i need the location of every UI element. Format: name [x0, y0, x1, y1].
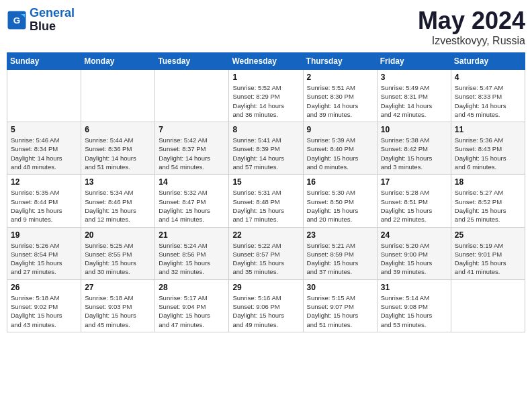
calendar-cell: 28Sunrise: 5:17 AMSunset: 9:04 PMDayligh…: [155, 279, 229, 332]
day-info: Sunrise: 5:28 AMSunset: 8:51 PMDaylight:…: [381, 188, 447, 224]
calendar-header-row: SundayMondayTuesdayWednesdayThursdayFrid…: [7, 53, 525, 70]
title-block: May 2024 Izvestkovyy, Russia: [418, 7, 525, 47]
calendar-cell: 25Sunrise: 5:19 AMSunset: 9:01 PMDayligh…: [451, 227, 525, 279]
calendar-header-cell: Wednesday: [229, 53, 303, 70]
calendar-header-cell: Saturday: [451, 53, 525, 70]
day-number: 13: [85, 177, 151, 187]
logo-text: GeneralBlue: [30, 7, 75, 34]
day-info: Sunrise: 5:31 AMSunset: 8:48 PMDaylight:…: [232, 188, 299, 224]
calendar-cell: 24Sunrise: 5:20 AMSunset: 9:00 PMDayligh…: [377, 227, 451, 279]
day-number: 4: [455, 73, 521, 82]
day-number: 22: [232, 230, 299, 240]
calendar-cell: 9Sunrise: 5:39 AMSunset: 8:40 PMDaylight…: [303, 122, 377, 175]
day-info: Sunrise: 5:46 AMSunset: 8:34 PMDaylight:…: [11, 136, 77, 171]
day-info: Sunrise: 5:17 AMSunset: 9:04 PMDaylight:…: [159, 293, 225, 329]
day-info: Sunrise: 5:21 AMSunset: 8:59 PMDaylight:…: [307, 241, 373, 277]
day-number: 9: [307, 125, 373, 134]
logo-icon: G: [7, 10, 27, 30]
day-info: Sunrise: 5:49 AMSunset: 8:31 PMDaylight:…: [381, 83, 447, 119]
day-number: 31: [381, 283, 447, 292]
svg-text:G: G: [13, 15, 21, 25]
day-info: Sunrise: 5:34 AMSunset: 8:46 PMDaylight:…: [85, 188, 151, 224]
calendar-cell: 30Sunrise: 5:15 AMSunset: 9:07 PMDayligh…: [303, 279, 377, 332]
calendar-cell: 21Sunrise: 5:24 AMSunset: 8:56 PMDayligh…: [155, 227, 229, 279]
day-info: Sunrise: 5:19 AMSunset: 9:01 PMDaylight:…: [455, 241, 521, 277]
day-number: 27: [85, 283, 151, 292]
day-info: Sunrise: 5:24 AMSunset: 8:56 PMDaylight:…: [159, 241, 225, 277]
calendar-week-row: 26Sunrise: 5:18 AMSunset: 9:02 PMDayligh…: [7, 279, 525, 332]
calendar-header-cell: Friday: [377, 53, 451, 70]
day-number: 8: [232, 125, 299, 134]
day-number: 18: [455, 177, 521, 187]
logo: G GeneralBlue: [7, 7, 75, 34]
day-info: Sunrise: 5:18 AMSunset: 9:03 PMDaylight:…: [85, 293, 151, 329]
calendar-week-row: 12Sunrise: 5:35 AMSunset: 8:44 PMDayligh…: [7, 175, 525, 227]
day-info: Sunrise: 5:22 AMSunset: 8:57 PMDaylight:…: [232, 241, 299, 277]
calendar-table: SundayMondayTuesdayWednesdayThursdayFrid…: [7, 52, 525, 332]
calendar-header-cell: Tuesday: [155, 53, 229, 70]
calendar-body: 1Sunrise: 5:52 AMSunset: 8:29 PMDaylight…: [7, 70, 525, 332]
day-info: Sunrise: 5:42 AMSunset: 8:37 PMDaylight:…: [159, 136, 225, 171]
day-number: 6: [85, 125, 151, 134]
day-number: 7: [159, 125, 225, 134]
day-number: 10: [381, 125, 447, 134]
day-number: 21: [159, 230, 225, 240]
calendar-week-row: 19Sunrise: 5:26 AMSunset: 8:54 PMDayligh…: [7, 227, 525, 279]
page-header: G GeneralBlue May 2024 Izvestkovyy, Russ…: [7, 7, 525, 47]
calendar-cell: 3Sunrise: 5:49 AMSunset: 8:31 PMDaylight…: [377, 70, 451, 122]
calendar-cell: 17Sunrise: 5:28 AMSunset: 8:51 PMDayligh…: [377, 175, 451, 227]
day-number: 2: [307, 73, 373, 82]
day-info: Sunrise: 5:35 AMSunset: 8:44 PMDaylight:…: [11, 188, 77, 224]
day-number: 30: [307, 283, 373, 292]
calendar-cell: 14Sunrise: 5:32 AMSunset: 8:47 PMDayligh…: [155, 175, 229, 227]
day-number: 3: [381, 73, 447, 82]
day-info: Sunrise: 5:20 AMSunset: 9:00 PMDaylight:…: [381, 241, 447, 277]
calendar-cell: 15Sunrise: 5:31 AMSunset: 8:48 PMDayligh…: [229, 175, 303, 227]
calendar-cell: 16Sunrise: 5:30 AMSunset: 8:50 PMDayligh…: [303, 175, 377, 227]
day-number: 20: [85, 230, 151, 240]
day-info: Sunrise: 5:39 AMSunset: 8:40 PMDaylight:…: [307, 136, 373, 171]
calendar-cell: 2Sunrise: 5:51 AMSunset: 8:30 PMDaylight…: [303, 70, 377, 122]
day-number: 29: [232, 283, 299, 292]
calendar-cell: 20Sunrise: 5:25 AMSunset: 8:55 PMDayligh…: [81, 227, 155, 279]
calendar-cell: [7, 70, 81, 122]
calendar-cell: 31Sunrise: 5:14 AMSunset: 9:08 PMDayligh…: [377, 279, 451, 332]
day-info: Sunrise: 5:27 AMSunset: 8:52 PMDaylight:…: [455, 188, 521, 224]
calendar-cell: 23Sunrise: 5:21 AMSunset: 8:59 PMDayligh…: [303, 227, 377, 279]
day-info: Sunrise: 5:25 AMSunset: 8:55 PMDaylight:…: [85, 241, 151, 277]
calendar-cell: 27Sunrise: 5:18 AMSunset: 9:03 PMDayligh…: [81, 279, 155, 332]
calendar-cell: 1Sunrise: 5:52 AMSunset: 8:29 PMDaylight…: [229, 70, 303, 122]
calendar-cell: 8Sunrise: 5:41 AMSunset: 8:39 PMDaylight…: [229, 122, 303, 175]
calendar-cell: 18Sunrise: 5:27 AMSunset: 8:52 PMDayligh…: [451, 175, 525, 227]
day-info: Sunrise: 5:18 AMSunset: 9:02 PMDaylight:…: [11, 293, 77, 329]
calendar-cell: 7Sunrise: 5:42 AMSunset: 8:37 PMDaylight…: [155, 122, 229, 175]
day-info: Sunrise: 5:15 AMSunset: 9:07 PMDaylight:…: [307, 293, 373, 329]
day-number: 24: [381, 230, 447, 240]
day-info: Sunrise: 5:26 AMSunset: 8:54 PMDaylight:…: [11, 241, 77, 277]
calendar-cell: 13Sunrise: 5:34 AMSunset: 8:46 PMDayligh…: [81, 175, 155, 227]
calendar-header-cell: Monday: [81, 53, 155, 70]
day-number: 26: [11, 283, 77, 292]
calendar-cell: [451, 279, 525, 332]
day-number: 17: [381, 177, 447, 187]
calendar-cell: 11Sunrise: 5:36 AMSunset: 8:43 PMDayligh…: [451, 122, 525, 175]
calendar-cell: [155, 70, 229, 122]
calendar-cell: 29Sunrise: 5:16 AMSunset: 9:06 PMDayligh…: [229, 279, 303, 332]
day-info: Sunrise: 5:14 AMSunset: 9:08 PMDaylight:…: [381, 293, 447, 329]
calendar-cell: 19Sunrise: 5:26 AMSunset: 8:54 PMDayligh…: [7, 227, 81, 279]
day-info: Sunrise: 5:47 AMSunset: 8:33 PMDaylight:…: [455, 83, 521, 119]
calendar-week-row: 1Sunrise: 5:52 AMSunset: 8:29 PMDaylight…: [7, 70, 525, 122]
calendar-cell: 4Sunrise: 5:47 AMSunset: 8:33 PMDaylight…: [451, 70, 525, 122]
day-number: 16: [307, 177, 373, 187]
day-info: Sunrise: 5:41 AMSunset: 8:39 PMDaylight:…: [232, 136, 299, 171]
calendar-cell: 22Sunrise: 5:22 AMSunset: 8:57 PMDayligh…: [229, 227, 303, 279]
month-title: May 2024: [418, 7, 525, 35]
day-info: Sunrise: 5:38 AMSunset: 8:42 PMDaylight:…: [381, 136, 447, 171]
day-number: 5: [11, 125, 77, 134]
day-info: Sunrise: 5:51 AMSunset: 8:30 PMDaylight:…: [307, 83, 373, 119]
calendar-cell: 6Sunrise: 5:44 AMSunset: 8:36 PMDaylight…: [81, 122, 155, 175]
calendar-cell: 26Sunrise: 5:18 AMSunset: 9:02 PMDayligh…: [7, 279, 81, 332]
day-info: Sunrise: 5:32 AMSunset: 8:47 PMDaylight:…: [159, 188, 225, 224]
day-number: 11: [455, 125, 521, 134]
day-info: Sunrise: 5:16 AMSunset: 9:06 PMDaylight:…: [232, 293, 299, 329]
